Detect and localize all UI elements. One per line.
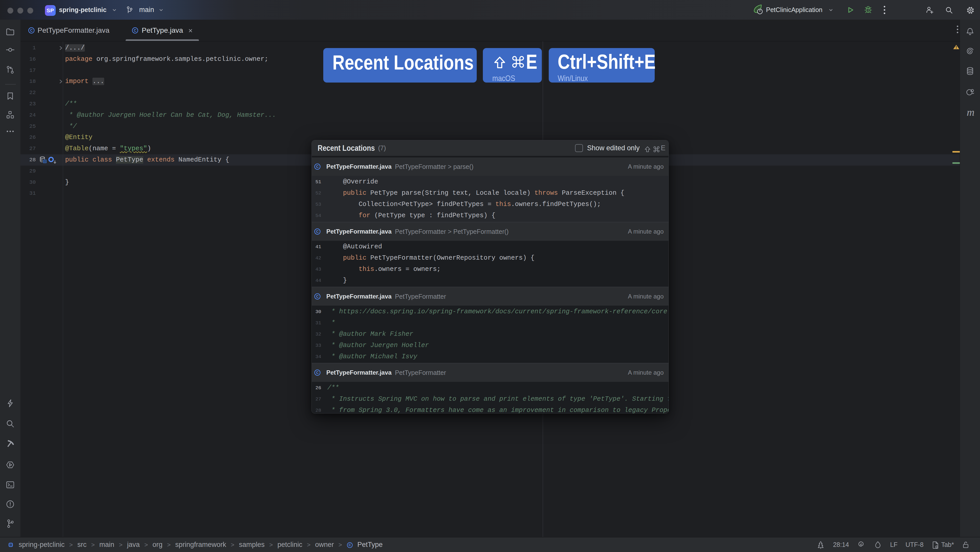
svg-text:C: C — [316, 230, 319, 234]
svg-text:C: C — [316, 164, 319, 169]
svg-text:C: C — [134, 29, 136, 32]
svg-text:C: C — [316, 294, 319, 298]
svg-text:C: C — [316, 370, 319, 375]
svg-text:C: C — [30, 29, 33, 32]
svg-text:C: C — [348, 543, 351, 547]
